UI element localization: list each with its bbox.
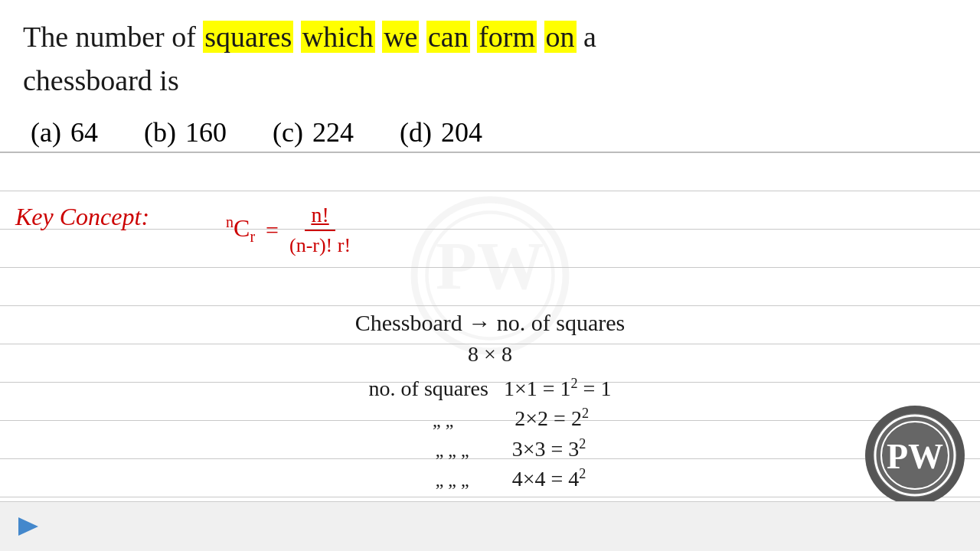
highlight-on: on [544,21,577,53]
row4-calc: 4×4 = 42 [512,466,586,491]
row2-calc: 2×2 = 22 [514,406,589,431]
row1-prefix: no. of squares [369,377,488,401]
option-b-value: 160 [185,116,227,148]
chessboard-line1: Chessboard → no. of squares [0,310,980,336]
option-d-value: 204 [441,116,482,148]
squares-table: no. of squares 1×1 = 12 = 1 „ „ 2×2 = 22… [0,376,980,491]
option-d: (d) 204 [400,116,482,148]
key-concept-label: Key Concept: [15,203,149,231]
equals-sign: = [266,217,279,243]
ncr-notation: nCr [226,214,255,246]
option-d-label: (d) [400,116,432,148]
highlight-form: form [477,21,537,53]
fraction: n! (n-r)! r! [289,203,351,257]
squares-row-3: „ „ „ 3×3 = 32 [394,436,586,461]
row4-ditto: „ „ „ [394,470,497,491]
options-row: (a) 64 (b) 160 (c) 224 (d) 204 [23,116,957,148]
formula-container: nCr = n! (n-r)! r! [226,203,351,257]
fraction-denominator: (n-r)! r! [289,231,351,257]
fraction-numerator: n! [305,203,335,231]
row2-ditto: „ „ [391,410,499,431]
highlight-squares: squares [203,21,293,53]
next-arrow-button[interactable] [15,513,43,540]
row3-calc: 3×3 = 32 [512,436,586,461]
option-c: (c) 224 [273,116,354,148]
grid-label: 8 × 8 [0,342,980,367]
highlight-can: can [426,21,470,53]
bottom-bar [0,501,980,551]
option-a-value: 64 [70,116,98,148]
option-c-label: (c) [273,116,303,148]
option-b: (b) 160 [144,116,227,148]
row3-ditto: „ „ „ [394,440,497,461]
pw-logo: PW [865,406,965,505]
highlight-which: which [301,21,375,53]
option-a: (a) 64 [31,116,98,148]
question-area: The number of squares which we can form … [23,15,957,148]
svg-text:PW: PW [887,437,943,476]
squares-row-2: „ „ 2×2 = 22 [391,406,589,431]
chessboard-section: Chessboard → no. of squares 8 × 8 no. of… [0,310,980,491]
squares-row-4: „ „ „ 4×4 = 42 [394,466,586,491]
option-b-label: (b) [144,116,176,148]
option-a-label: (a) [31,116,61,148]
row1-calc: 1×1 = 12 = 1 [504,376,611,401]
content-area: Key Concept: nCr = n! (n-r)! r! Chessboa… [0,161,980,497]
question-text-part2: chessboard is [23,64,179,96]
highlight-we: we [382,21,419,53]
key-concept: Key Concept: nCr = n! (n-r)! r! [15,203,351,257]
squares-row-1: no. of squares 1×1 = 12 = 1 [369,376,612,401]
svg-marker-8 [18,517,38,536]
main-container: PW The number of squares which we can fo… [0,0,980,551]
question-text: The number of squares which we can form … [23,15,957,103]
option-c-value: 224 [312,116,354,148]
